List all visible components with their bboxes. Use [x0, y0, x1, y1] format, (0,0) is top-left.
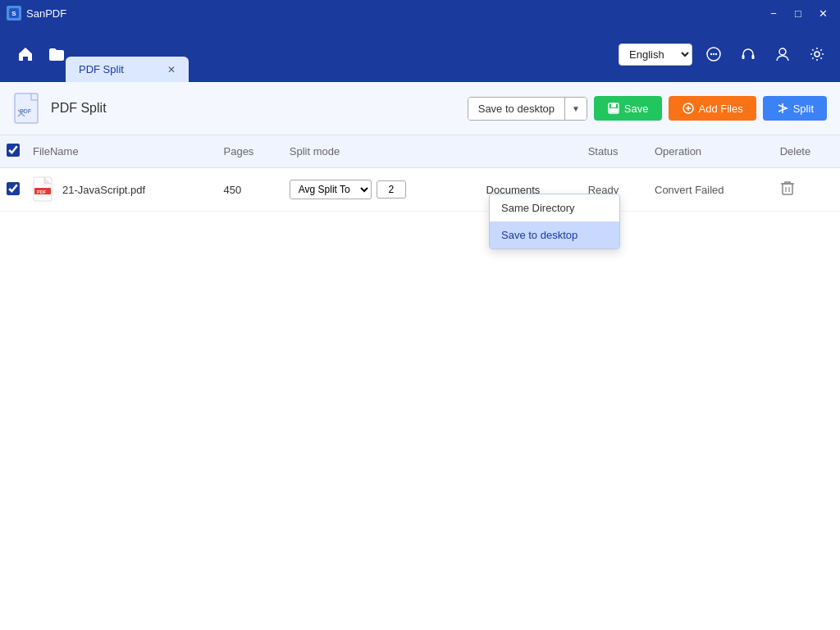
svg-point-9	[815, 52, 819, 57]
save-location-arrow-button[interactable]: ▼	[564, 98, 587, 120]
app-logo: S	[7, 6, 21, 21]
header-filename: FileName	[26, 135, 217, 168]
svg-rect-19	[783, 184, 792, 194]
sub-header: PDF PDF Split Save to desktop ▼ Save	[0, 82, 840, 135]
svg-point-3	[710, 53, 712, 55]
svg-rect-7	[752, 55, 755, 59]
language-selector[interactable]: English中文DeutschFrançais	[619, 43, 692, 66]
titlebar: S SanPDF − □ ✕	[0, 0, 840, 26]
lang-area: English中文DeutschFrançais	[619, 41, 830, 67]
split-mode-container: Avg Split To 2	[290, 180, 473, 199]
header-delete: Delete	[774, 135, 840, 168]
dropdown-item-save-to-desktop[interactable]: Save to desktop	[490, 221, 619, 249]
select-all-checkbox[interactable]	[7, 144, 20, 157]
table-row: PDF 21-JavaScript.pdf 450 Avg Split To 2…	[0, 168, 840, 212]
settings-button[interactable]	[804, 41, 830, 67]
add-files-button[interactable]: Add Files	[669, 96, 756, 121]
split-mode-select[interactable]: Avg Split To	[290, 180, 372, 199]
pdf-split-icon: PDF	[13, 92, 43, 125]
row-delete-cell	[774, 168, 840, 212]
svg-point-8	[779, 48, 786, 55]
row-checkbox-cell	[0, 168, 26, 212]
trash-icon	[780, 180, 795, 196]
dropdown-item-same-directory[interactable]: Same Directory	[490, 194, 619, 221]
svg-point-5	[715, 53, 717, 55]
split-button[interactable]: Split	[763, 96, 827, 121]
row-checkbox[interactable]	[7, 182, 20, 195]
filename-text: 21-JavaScript.pdf	[62, 184, 145, 196]
maximize-button[interactable]: □	[788, 4, 809, 22]
file-table: FileName Pages Split mode Status Operati…	[0, 135, 840, 212]
headset-button[interactable]	[735, 41, 761, 67]
close-button[interactable]: ✕	[812, 4, 833, 22]
pdf-split-tab[interactable]: PDF Split ✕	[66, 57, 189, 82]
header-pages: Pages	[217, 135, 283, 168]
minimize-button[interactable]: −	[763, 4, 784, 22]
header-area: PDF Split ✕ English中文DeutschFrançais	[0, 26, 840, 82]
header-checkbox-cell	[0, 135, 26, 168]
add-files-label: Add Files	[699, 103, 743, 115]
chat-button[interactable]	[701, 41, 727, 67]
page-title-area: PDF PDF Split	[13, 92, 107, 125]
save-dropdown-menu: Same Directory Save to desktop	[489, 194, 620, 249]
split-number-input[interactable]: 2	[377, 180, 406, 199]
user-button[interactable]	[769, 41, 796, 67]
header-status: Status	[582, 135, 648, 168]
action-buttons: Save to desktop ▼ Save Add Files	[468, 96, 827, 121]
header-split-mode: Split mode	[283, 135, 582, 168]
row-operation-cell: Convert Failed	[648, 168, 774, 212]
tab-container: PDF Split ✕	[66, 57, 189, 82]
row-filename-cell: PDF 21-JavaScript.pdf	[26, 168, 217, 212]
home-button[interactable]	[10, 39, 41, 70]
page-title: PDF Split	[51, 101, 107, 116]
save-location-main-button[interactable]: Save to desktop	[468, 98, 564, 120]
svg-rect-6	[742, 55, 745, 59]
svg-point-4	[713, 53, 714, 55]
svg-rect-14	[609, 108, 618, 112]
svg-text:S: S	[11, 10, 16, 17]
row-pages-cell: 450	[217, 168, 283, 212]
titlebar-left: S SanPDF	[7, 6, 66, 21]
svg-text:PDF: PDF	[37, 189, 47, 194]
save-button[interactable]: Save	[594, 96, 662, 121]
svg-rect-13	[611, 103, 616, 107]
save-button-label: Save	[624, 103, 649, 115]
filename-container: PDF 21-JavaScript.pdf	[33, 176, 211, 203]
pdf-file-icon: PDF	[33, 176, 56, 203]
split-button-label: Split	[793, 103, 814, 115]
content-area: PDF PDF Split Save to desktop ▼ Save	[0, 82, 840, 630]
delete-button[interactable]	[780, 180, 795, 199]
row-split-mode-cell: Avg Split To 2	[283, 168, 480, 212]
table-header-row: FileName Pages Split mode Status Operati…	[0, 135, 840, 168]
header-operation: Operation	[648, 135, 774, 168]
operation-text: Convert Failed	[655, 184, 724, 196]
tab-label: PDF Split	[79, 63, 124, 75]
titlebar-controls: − □ ✕	[763, 4, 833, 22]
app-title: SanPDF	[26, 7, 66, 20]
tab-close-button[interactable]: ✕	[167, 64, 176, 75]
save-location-dropdown: Save to desktop ▼	[468, 97, 587, 121]
